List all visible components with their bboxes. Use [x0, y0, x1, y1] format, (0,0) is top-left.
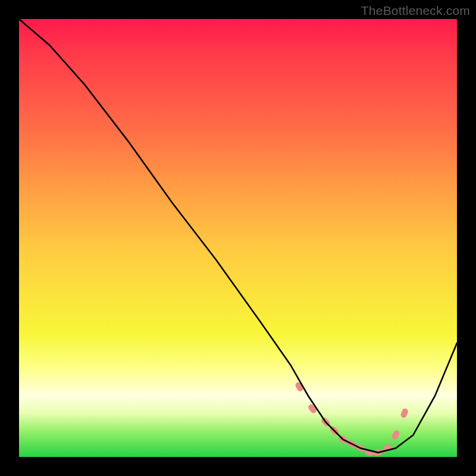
optimal-marker	[391, 430, 400, 441]
plot-area	[19, 19, 457, 457]
bottleneck-curve	[19, 19, 457, 453]
watermark-text: TheBottleneck.com	[361, 4, 470, 18]
optimal-marker	[400, 408, 409, 419]
curve-layer	[19, 19, 457, 457]
optimal-range-markers	[295, 381, 409, 457]
chart-frame: TheBottleneck.com	[0, 0, 476, 476]
